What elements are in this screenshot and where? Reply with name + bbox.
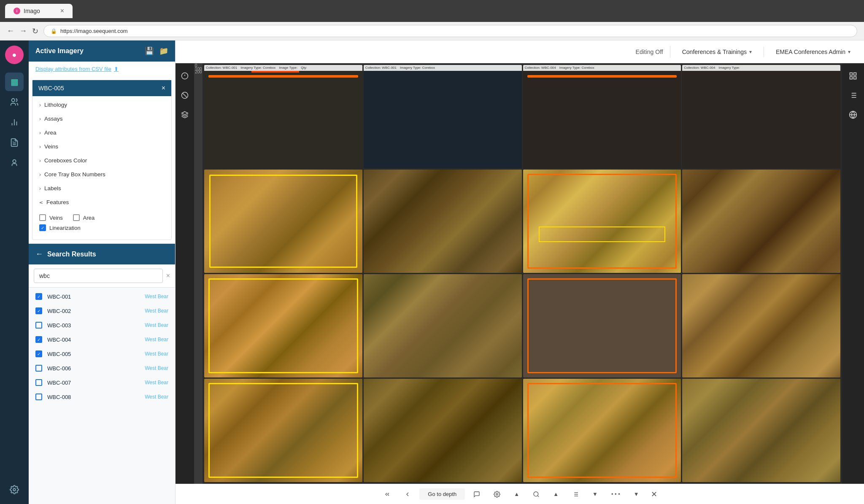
- wbc004-checkbox[interactable]: ✓: [35, 336, 42, 343]
- result-item-wbc007[interactable]: WBC-007 West Bear: [29, 375, 175, 390]
- forward-button[interactable]: →: [19, 27, 27, 35]
- sidebar-item-imagery[interactable]: ▦: [5, 73, 24, 91]
- wbc001-checkbox[interactable]: ✓: [35, 293, 42, 300]
- close-panel-button[interactable]: ✕: [648, 488, 661, 501]
- attr-lithology[interactable]: › Lithology: [32, 98, 171, 112]
- wbc007-checkbox[interactable]: [35, 379, 42, 386]
- result-item-wbc001[interactable]: ✓ WBC-001 West Bear: [29, 289, 175, 304]
- wbc005-checkbox[interactable]: ✓: [35, 350, 42, 357]
- search-clear-button[interactable]: ×: [166, 272, 170, 280]
- wbc004-location: West Bear: [145, 337, 168, 342]
- sidebar-item-annotations[interactable]: [5, 133, 24, 152]
- svg-rect-11: [850, 77, 853, 79]
- grid-cell-1-4[interactable]: Collection: WBC-004 Imagery Type:: [682, 65, 840, 168]
- attr-veins[interactable]: › Veins: [32, 140, 171, 154]
- attr-label: Assays: [44, 116, 63, 122]
- wbc001-name: WBC-001: [47, 294, 145, 300]
- grid-cell-4-3[interactable]: [523, 379, 681, 482]
- chevron-right-icon: ›: [39, 102, 41, 108]
- grid-cell-4-4[interactable]: [682, 379, 840, 482]
- grid-cell-3-4[interactable]: [682, 274, 840, 377]
- admin-dropdown[interactable]: EMEA Conferences Admin ▾: [771, 46, 856, 58]
- attr-label: Core Tray Box Numbers: [44, 171, 105, 178]
- svg-rect-8: [850, 73, 853, 75]
- app-container: ● ▦ Active Imagery: [0, 40, 864, 504]
- attr-core-tray[interactable]: › Core Tray Box Numbers: [32, 167, 171, 181]
- csv-link[interactable]: Display attributes from CSV file ⬆: [29, 62, 175, 76]
- more-options-button[interactable]: • • •: [606, 488, 625, 500]
- highlight-box: [251, 71, 299, 73]
- left-tools: [176, 63, 194, 484]
- zoom-out-button[interactable]: ▼: [587, 488, 603, 500]
- result-item-wbc002[interactable]: ✓ WBC-002 West Bear: [29, 304, 175, 318]
- feature-veins[interactable]: Veins: [39, 213, 63, 223]
- wbc002-checkbox[interactable]: ✓: [35, 307, 42, 314]
- info-tool[interactable]: [177, 68, 192, 84]
- reload-button[interactable]: ↻: [32, 27, 38, 36]
- attr-labels[interactable]: › Labels: [32, 181, 171, 195]
- search-button[interactable]: [528, 488, 545, 500]
- grid-cell-2-2[interactable]: [364, 170, 522, 273]
- prev-frame-button[interactable]: [399, 488, 416, 500]
- area-checkbox[interactable]: [73, 214, 80, 221]
- browser-tab[interactable]: i Imago ×: [5, 4, 73, 18]
- result-item-wbc006[interactable]: WBC-006 West Bear: [29, 361, 175, 375]
- wbc006-checkbox[interactable]: [35, 365, 42, 372]
- list-view-button[interactable]: [567, 488, 584, 500]
- wbc003-checkbox[interactable]: [35, 322, 42, 329]
- zoom-in-button[interactable]: ▲: [548, 488, 564, 500]
- comment-button[interactable]: [468, 488, 485, 500]
- grid-cell-4-1[interactable]: [204, 379, 362, 482]
- attr-label: Area: [44, 129, 57, 136]
- veins-checkbox[interactable]: [39, 214, 46, 221]
- scroll-down-button[interactable]: ▼: [629, 488, 644, 500]
- sidebar-item-team[interactable]: [5, 154, 24, 172]
- grid-cell-4-2[interactable]: [364, 379, 522, 482]
- sidebar-item-settings[interactable]: [5, 480, 24, 499]
- feature-area[interactable]: Area: [73, 213, 94, 223]
- result-item-wbc003[interactable]: WBC-003 West Bear: [29, 318, 175, 332]
- grid-cell-2-1[interactable]: [204, 170, 362, 273]
- grid-cell-1-2[interactable]: Collection: WBC-001 Imagery Type: Corebo…: [364, 65, 522, 168]
- goto-depth-button[interactable]: Go to depth: [419, 488, 465, 500]
- grid-view-tool[interactable]: [845, 68, 861, 84]
- attr-assays[interactable]: › Assays: [32, 112, 171, 126]
- feature-linearization[interactable]: ✓ Linearization: [39, 223, 165, 233]
- grid-cell-3-1[interactable]: [204, 274, 362, 377]
- attr-features[interactable]: ∨ Features: [32, 195, 171, 209]
- grid-cell-1-3[interactable]: Collection: WBC-004 Imagery Type: Corebo…: [523, 65, 681, 168]
- linearization-checkbox[interactable]: ✓: [39, 224, 46, 231]
- result-item-wbc008[interactable]: WBC-008 West Bear: [29, 390, 175, 404]
- folder-icon[interactable]: 📁: [159, 46, 168, 56]
- result-item-wbc004[interactable]: ✓ WBC-004 West Bear: [29, 332, 175, 347]
- right-tools: [842, 63, 864, 484]
- back-arrow-icon[interactable]: ←: [35, 250, 43, 259]
- globe-tool[interactable]: [845, 107, 861, 122]
- grid-cell-3-2[interactable]: [364, 274, 522, 377]
- attr-coreboxes-color[interactable]: › Coreboxes Color: [32, 154, 171, 167]
- grid-cell-2-3[interactable]: [523, 170, 681, 273]
- wbc-close-button[interactable]: ×: [162, 84, 165, 92]
- settings-button[interactable]: [489, 488, 505, 500]
- sidebar-item-users[interactable]: [5, 93, 24, 111]
- back-button[interactable]: ←: [7, 27, 14, 35]
- save-icon[interactable]: 💾: [145, 46, 154, 56]
- list-view-tool[interactable]: [845, 88, 861, 103]
- conferences-dropdown[interactable]: Conferences & Trainings ▾: [677, 46, 757, 58]
- main-content: Editing Off Conferences & Trainings ▾ EM…: [176, 40, 864, 504]
- layers-tool[interactable]: [177, 107, 192, 122]
- grid-cell-3-3[interactable]: [523, 274, 681, 377]
- address-bar[interactable]: 🔒 https://imago.seequent.com: [43, 25, 857, 37]
- search-input[interactable]: [34, 269, 163, 283]
- sidebar-item-analytics[interactable]: [5, 113, 24, 132]
- pointer-tool[interactable]: [177, 88, 192, 103]
- result-item-wbc005[interactable]: ✓ WBC-005 West Bear: [29, 347, 175, 361]
- wbc008-checkbox[interactable]: [35, 393, 42, 400]
- app-logo: ●: [5, 46, 24, 64]
- grid-cell-2-4[interactable]: [682, 170, 840, 273]
- grid-cell-1-1[interactable]: Collection: WBC-001 Imagery Type: Corebo…: [204, 65, 362, 168]
- tab-close-button[interactable]: ×: [60, 7, 64, 15]
- scroll-up-button[interactable]: ▲: [509, 488, 524, 500]
- first-frame-button[interactable]: [379, 488, 396, 500]
- attr-area[interactable]: › Area: [32, 126, 171, 140]
